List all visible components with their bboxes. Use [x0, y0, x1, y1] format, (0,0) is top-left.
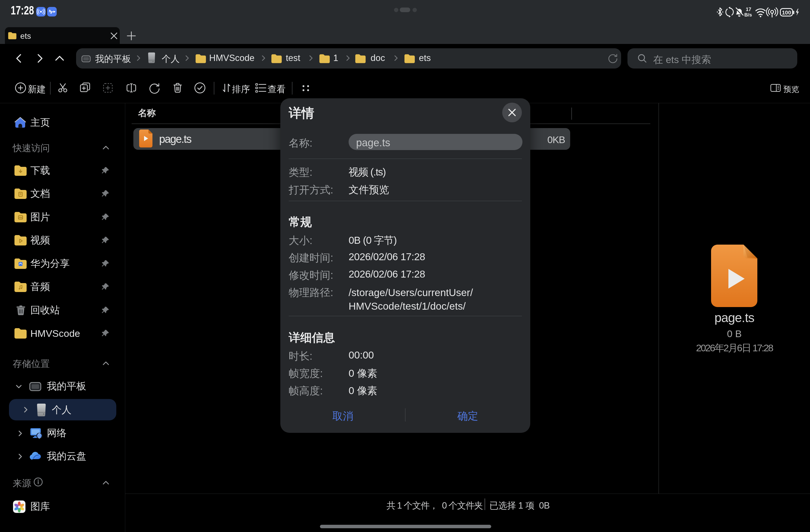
svg-text:100: 100: [782, 10, 791, 16]
svg-text:B/s: B/s: [744, 12, 752, 18]
svg-text:17: 17: [746, 7, 751, 12]
